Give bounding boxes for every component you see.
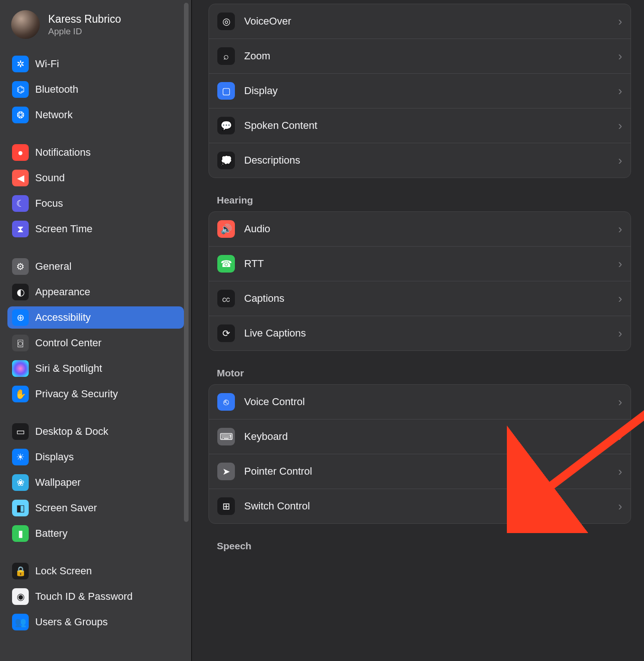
sidebar-scrollbar[interactable]	[184, 3, 189, 522]
sidebar-item-label: Sound	[35, 172, 65, 184]
accessibility-icon: ⊕	[12, 309, 29, 326]
row-switch-control[interactable]: ⊞Switch Control›	[209, 489, 631, 523]
touchid-icon: ◉	[12, 588, 29, 605]
sidebar-item-label: General	[35, 261, 71, 273]
row-label: Switch Control	[244, 500, 310, 512]
sidebar-item-label: Siri & Spotlight	[35, 362, 102, 375]
sidebar-item-touch-id-password[interactable]: ◉Touch ID & Password	[7, 585, 184, 608]
chevron-right-icon: ›	[618, 464, 622, 479]
users-icon: 👥	[12, 614, 29, 630]
siri-icon	[12, 360, 29, 377]
row-label: RTT	[244, 258, 264, 270]
sidebar-item-control-center[interactable]: ⌼Control Center	[7, 332, 184, 354]
sidebar-item-label: Focus	[35, 197, 63, 210]
gear-icon: ⚙	[12, 258, 29, 275]
row-zoom[interactable]: ⌕Zoom›	[209, 39, 631, 74]
rtt-icon: ☎	[217, 255, 235, 273]
sidebar-item-label: Screen Time	[35, 223, 93, 235]
settings-card: ⎋Voice Control›⌨Keyboard›➤Pointer Contro…	[208, 384, 631, 524]
row-live-captions[interactable]: ⟳Live Captions›	[209, 316, 631, 350]
row-voiceover[interactable]: ◎VoiceOver›	[209, 4, 631, 39]
wallpaper-icon: ❀	[12, 474, 29, 491]
sidebar-item-general[interactable]: ⚙General	[7, 255, 184, 278]
chevron-right-icon: ›	[618, 222, 622, 236]
accessibility-panel: ◎VoiceOver›⌕Zoom›▢Display›💬Spoken Conten…	[192, 0, 644, 661]
sidebar-item-displays[interactable]: ☀Displays	[7, 446, 184, 468]
sidebar-item-label: Notifications	[35, 146, 91, 159]
row-label: Zoom	[244, 50, 270, 62]
row-rtt[interactable]: ☎RTT›	[209, 247, 631, 281]
user-name: Karess Rubrico	[48, 13, 121, 25]
zoom-icon: ⌕	[217, 47, 235, 65]
screensaver-icon: ◧	[12, 500, 29, 516]
sidebar-item-privacy-security[interactable]: ✋Privacy & Security	[7, 383, 184, 405]
chevron-right-icon: ›	[618, 326, 622, 341]
wifi-icon: ✲	[12, 56, 29, 72]
row-label: Voice Control	[244, 396, 305, 408]
settings-card: 🔊Audio›☎RTT›㏄Captions›⟳Live Captions›	[208, 211, 631, 351]
voice-control-icon: ⎋	[217, 393, 235, 411]
row-spoken-content[interactable]: 💬Spoken Content›	[209, 108, 631, 143]
audio-icon: 🔊	[217, 220, 235, 238]
row-label: Pointer Control	[244, 465, 312, 477]
sidebar-item-label: Displays	[35, 451, 74, 463]
apple-id-profile[interactable]: Karess Rubrico Apple ID	[0, 6, 191, 50]
sidebar-item-battery[interactable]: ▮Battery	[7, 522, 184, 545]
sidebar-item-users-groups[interactable]: 👥Users & Groups	[7, 611, 184, 633]
sidebar-item-notifications[interactable]: ●Notifications	[7, 141, 184, 164]
settings-card: ◎VoiceOver›⌕Zoom›▢Display›💬Spoken Conten…	[208, 4, 631, 178]
sound-icon: ◀	[12, 170, 29, 186]
control-center-icon: ⌼	[12, 335, 29, 351]
row-label: Spoken Content	[244, 120, 317, 132]
row-captions[interactable]: ㏄Captions›	[209, 281, 631, 316]
sidebar-item-appearance[interactable]: ◐Appearance	[7, 281, 184, 303]
chevron-right-icon: ›	[618, 119, 622, 133]
displays-icon: ☀	[12, 449, 29, 465]
row-label: Display	[244, 85, 278, 97]
row-label: Keyboard	[244, 431, 288, 443]
sidebar-item-accessibility[interactable]: ⊕Accessibility	[7, 306, 184, 329]
sidebar-item-network[interactable]: ❂Network	[7, 104, 184, 126]
sidebar-item-lock-screen[interactable]: 🔒Lock Screen	[7, 560, 184, 582]
sidebar-item-wi-fi[interactable]: ✲Wi-Fi	[7, 53, 184, 75]
chevron-right-icon: ›	[618, 430, 622, 444]
pointer-icon: ➤	[217, 463, 235, 480]
switch-icon: ⊞	[217, 497, 235, 515]
section-title-hearing: Hearing	[217, 195, 631, 206]
voiceover-icon: ◎	[217, 13, 235, 30]
sidebar-item-label: Desktop & Dock	[35, 426, 108, 438]
sidebar-item-sound[interactable]: ◀Sound	[7, 167, 184, 189]
row-label: Descriptions	[244, 154, 300, 166]
sidebar-item-screen-saver[interactable]: ◧Screen Saver	[7, 497, 184, 519]
sidebar-item-bluetooth[interactable]: ⌬Bluetooth	[7, 78, 184, 101]
row-voice-control[interactable]: ⎋Voice Control›	[209, 385, 631, 419]
sidebar-item-label: Control Center	[35, 337, 101, 349]
apple-id-label: Apple ID	[48, 26, 121, 37]
row-descriptions[interactable]: 💭Descriptions›	[209, 143, 631, 178]
sidebar-item-label: Accessibility	[35, 311, 91, 324]
sidebar-item-siri-spotlight[interactable]: Siri & Spotlight	[7, 357, 184, 380]
descriptions-icon: 💭	[217, 152, 235, 169]
network-icon: ❂	[12, 107, 29, 123]
sidebar-item-desktop-dock[interactable]: ▭Desktop & Dock	[7, 420, 184, 443]
chevron-right-icon: ›	[618, 84, 622, 98]
chevron-right-icon: ›	[618, 49, 622, 64]
chevron-right-icon: ›	[618, 395, 622, 409]
row-pointer-control[interactable]: ➤Pointer Control›	[209, 454, 631, 489]
chevron-right-icon: ›	[618, 257, 622, 271]
avatar	[11, 10, 40, 39]
row-keyboard[interactable]: ⌨Keyboard›	[209, 419, 631, 454]
appearance-icon: ◐	[12, 284, 29, 300]
sidebar-item-screen-time[interactable]: ⧗Screen Time	[7, 218, 184, 240]
privacy-icon: ✋	[12, 386, 29, 402]
sidebar-item-label: Battery	[35, 528, 68, 540]
row-label: Captions	[244, 292, 284, 305]
sidebar-item-wallpaper[interactable]: ❀Wallpaper	[7, 471, 184, 494]
chevron-right-icon: ›	[618, 292, 622, 306]
sidebar-item-focus[interactable]: ☾Focus	[7, 192, 184, 215]
chevron-right-icon: ›	[618, 153, 622, 168]
row-audio[interactable]: 🔊Audio›	[209, 212, 631, 247]
sidebar-item-label: Appearance	[35, 286, 90, 298]
row-display[interactable]: ▢Display›	[209, 74, 631, 108]
sidebar-item-label: Privacy & Security	[35, 388, 118, 400]
